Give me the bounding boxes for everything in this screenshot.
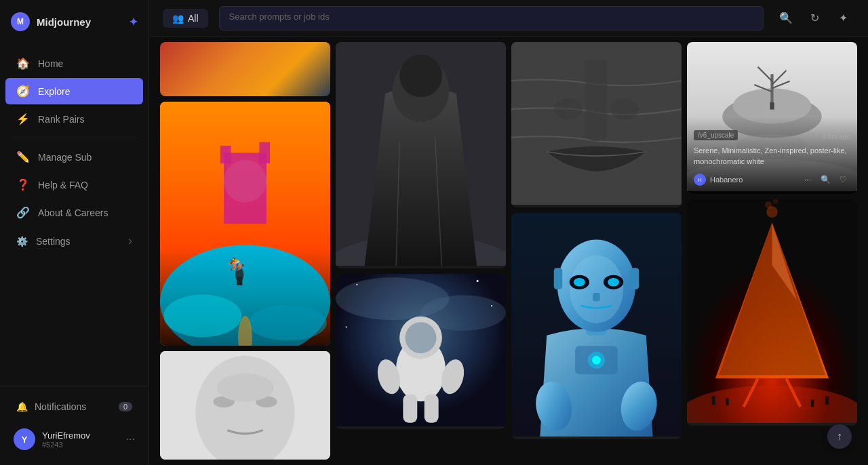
- nav-divider: [11, 138, 138, 138]
- sidebar-item-notifications[interactable]: 🔔 Notifications 0: [5, 395, 143, 419]
- scroll-up-icon: ↑: [837, 430, 842, 443]
- card-overlay: /v6_upscale 3 hrs ago Serene, Minimalist…: [687, 117, 857, 194]
- image-card[interactable]: [336, 42, 506, 268]
- card-footer: H Habanero ··· 🔍 ♡: [694, 172, 850, 187]
- card-image: [160, 102, 330, 346]
- notifications-icon: 🔔: [16, 401, 28, 412]
- image-card[interactable]: [511, 42, 682, 207]
- image-card-featured[interactable]: /v6_upscale 3 hrs ago Serene, Minimalist…: [687, 42, 857, 194]
- sparkle-icon: ✦: [839, 12, 848, 24]
- help-faq-icon: ❓: [16, 178, 30, 191]
- sidebar-item-manage-sub[interactable]: ✏️ Manage Sub: [5, 144, 143, 170]
- about-careers-icon: 🔗: [16, 206, 30, 219]
- card-more-button[interactable]: ···: [800, 172, 815, 187]
- card-desc: Serene, Minimalistic, Zen-inspired, post…: [694, 146, 850, 167]
- svg-rect-46: [593, 293, 599, 302]
- logo-icon: M: [11, 12, 30, 31]
- rank-pairs-icon: ⚡: [16, 113, 30, 125]
- svg-rect-67: [825, 397, 829, 405]
- card-search-button[interactable]: 🔍: [818, 172, 833, 187]
- sidebar-item-settings[interactable]: ⚙️ Settings ›: [5, 227, 143, 255]
- topbar-icons: 🔍 ↻ ✦: [774, 7, 854, 30]
- image-card[interactable]: [336, 274, 506, 429]
- svg-rect-57: [770, 74, 773, 106]
- sidebar-item-about-careers-label: About & Careers: [38, 207, 108, 218]
- scroll-to-top-button[interactable]: ↑: [827, 424, 852, 449]
- settings-chevron-icon: ›: [128, 234, 132, 248]
- svg-rect-31: [425, 395, 439, 423]
- svg-point-23: [356, 284, 357, 285]
- svg-point-6: [163, 295, 241, 338]
- svg-point-51: [592, 356, 601, 365]
- svg-point-36: [554, 98, 583, 119]
- image-card[interactable]: [687, 199, 857, 426]
- image-card[interactable]: [511, 213, 682, 439]
- user-tag: #5243: [42, 441, 119, 449]
- avatar-initial: Y: [22, 434, 28, 445]
- notifications-label: Notifications: [35, 401, 86, 412]
- svg-rect-48: [631, 268, 639, 289]
- svg-point-26: [346, 326, 347, 327]
- user-name: YuriEfremov: [42, 430, 119, 441]
- image-card[interactable]: [160, 102, 330, 346]
- svg-rect-47: [554, 268, 563, 289]
- user-profile[interactable]: Y YuriEfremov #5243 ···: [5, 422, 143, 457]
- sidebar-item-home[interactable]: 🏠 Home: [5, 50, 143, 77]
- sidebar-item-explore-label: Explore: [38, 86, 70, 97]
- svg-point-29: [405, 322, 436, 353]
- grid-col-3: [511, 42, 682, 460]
- image-grid-container[interactable]: /v6_upscale 3 hrs ago Serene, Minimalist…: [149, 37, 868, 465]
- sidebar-item-settings-label: Settings: [36, 236, 71, 247]
- nav-items: 🏠 Home 🧭 Explore ⚡ Rank Pairs ✏️ Manage …: [0, 43, 149, 386]
- masonry-grid: /v6_upscale 3 hrs ago Serene, Minimalist…: [160, 37, 857, 460]
- card-user-avatar: H: [694, 174, 706, 186]
- refresh-icon: ↻: [810, 12, 819, 24]
- tab-all-label: All: [188, 13, 199, 24]
- sidebar-item-explore[interactable]: 🧭 Explore: [5, 78, 143, 104]
- svg-point-15: [217, 373, 274, 402]
- image-card[interactable]: [160, 351, 330, 460]
- search-button[interactable]: 🔍: [774, 7, 797, 30]
- user-more-icon[interactable]: ···: [126, 433, 135, 445]
- sidebar-item-help-faq-label: Help & FAQ: [38, 180, 88, 190]
- grid-col-2: [336, 42, 506, 460]
- card-heart-button[interactable]: ♡: [835, 172, 850, 187]
- settings-icon: ⚙️: [16, 236, 28, 247]
- sidebar-item-help-faq[interactable]: ❓ Help & FAQ: [5, 171, 143, 198]
- sidebar-item-home-label: Home: [38, 58, 63, 69]
- svg-point-25: [491, 305, 492, 306]
- image-card[interactable]: [160, 42, 330, 96]
- svg-point-7: [249, 305, 327, 340]
- avatar: Y: [14, 428, 35, 450]
- svg-rect-30: [403, 395, 417, 423]
- search-placeholder: Search prompts or job ids: [229, 12, 330, 22]
- card-actions: ··· 🔍 ♡: [800, 172, 850, 187]
- app-logo: M Midjourney ✦: [0, 0, 149, 43]
- sparkle-button[interactable]: ✦: [831, 7, 854, 30]
- sidebar-item-manage-sub-label: Manage Sub: [38, 152, 92, 163]
- card-image: [160, 351, 330, 460]
- home-icon: 🏠: [16, 57, 30, 70]
- card-time: 3 hrs ago: [822, 133, 850, 140]
- sidebar: M Midjourney ✦ 🏠 Home 🧭 Explore ⚡ Rank P…: [0, 0, 149, 465]
- sidebar-item-rank-pairs[interactable]: ⚡ Rank Pairs: [5, 106, 143, 132]
- explore-icon: 🧭: [16, 85, 30, 98]
- grid-col-4: /v6_upscale 3 hrs ago Serene, Minimalist…: [687, 42, 857, 460]
- svg-point-41: [570, 256, 623, 323]
- sidebar-item-rank-pairs-label: Rank Pairs: [38, 114, 84, 125]
- sidebar-item-about-careers[interactable]: 🔗 About & Careers: [5, 199, 143, 226]
- tab-all[interactable]: 👥 All: [163, 9, 208, 28]
- svg-rect-69: [811, 400, 814, 407]
- svg-point-37: [610, 98, 639, 119]
- svg-rect-58: [770, 102, 774, 109]
- search-icon: 🔍: [779, 12, 793, 24]
- refresh-button[interactable]: ↻: [803, 7, 826, 30]
- svg-rect-68: [726, 399, 729, 405]
- search-bar[interactable]: Search prompts or job ids: [219, 6, 764, 31]
- card-username: Habanero: [710, 176, 796, 184]
- card-tag: /v6_upscale: [694, 130, 738, 140]
- svg-point-10: [235, 268, 244, 282]
- svg-point-19: [399, 55, 442, 98]
- user-info: YuriEfremov #5243: [42, 430, 119, 449]
- svg-point-44: [574, 278, 585, 287]
